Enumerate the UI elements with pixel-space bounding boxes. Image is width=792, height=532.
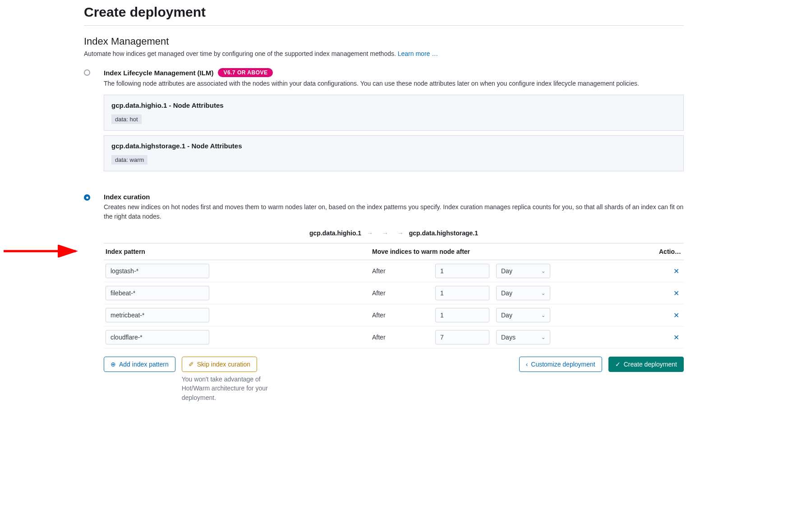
version-badge: V6.7 OR ABOVE: [218, 68, 273, 77]
delete-row-button[interactable]: ✕: [673, 289, 679, 298]
move-after-number-input[interactable]: [435, 330, 489, 344]
table-row: After Day⌄ ✕: [104, 260, 684, 282]
ilm-description: The following node attributes are associ…: [104, 79, 684, 88]
after-label: After: [372, 334, 386, 341]
ilm-label: Index Lifecycle Management (ILM): [104, 69, 213, 77]
node-attributes-box: gcp.data.highstorage.1 - Node Attributes…: [104, 135, 684, 171]
node-attr-title: gcp.data.highstorage.1 - Node Attributes: [111, 142, 676, 150]
move-after-number-input[interactable]: [435, 264, 489, 278]
node-attributes-box: gcp.data.highio.1 - Node Attributes data…: [104, 95, 684, 131]
section-subtitle-text: Automate how indices get managed over ti…: [84, 50, 398, 57]
chevron-down-icon: ⌄: [541, 312, 545, 318]
index-pattern-input[interactable]: [106, 286, 209, 300]
create-deployment-label: Create deployment: [624, 361, 677, 368]
eraser-icon: ✐: [189, 361, 194, 368]
flow-from: gcp.data.highio.1: [309, 229, 361, 237]
curation-label: Index curation: [104, 193, 150, 201]
chevron-left-icon: ‹: [526, 361, 528, 368]
chevron-down-icon: ⌄: [541, 290, 545, 296]
move-after-unit-select[interactable]: Days⌄: [496, 330, 550, 344]
arrow-right-icon: →: [367, 229, 373, 237]
curation-description: Creates new indices on hot nodes first a…: [104, 202, 684, 221]
arrow-right-icon: →: [382, 229, 388, 237]
move-after-unit-select[interactable]: Day⌄: [496, 286, 550, 300]
delete-row-button[interactable]: ✕: [673, 333, 679, 342]
page-title: Create deployment: [84, 5, 684, 20]
delete-row-button[interactable]: ✕: [673, 267, 679, 275]
move-after-number-input[interactable]: [435, 286, 489, 300]
move-after-number-input[interactable]: [435, 308, 489, 322]
section-subtitle: Automate how indices get managed over ti…: [84, 50, 684, 57]
title-divider: [84, 25, 684, 26]
check-icon: ✓: [615, 361, 621, 368]
delete-row-button[interactable]: ✕: [673, 311, 679, 320]
table-row: After Day⌄ ✕: [104, 282, 684, 304]
after-label: After: [372, 289, 386, 297]
customize-deployment-label: Customize deployment: [531, 361, 595, 368]
skip-index-curation-label: Skip index curation: [197, 361, 250, 368]
flow-to: gcp.data.highstorage.1: [409, 229, 478, 237]
index-pattern-input[interactable]: [106, 264, 209, 278]
add-index-pattern-button[interactable]: ⊕ Add index pattern: [104, 357, 175, 372]
skip-index-curation-button[interactable]: ✐ Skip index curation: [182, 357, 257, 372]
radio-index-curation[interactable]: [84, 194, 90, 201]
node-attr-tag: data: warm: [111, 155, 147, 165]
node-attr-tag: data: hot: [111, 115, 142, 124]
arrow-right-icon: →: [397, 229, 404, 237]
customize-deployment-button[interactable]: ‹ Customize deployment: [519, 357, 602, 372]
skip-note: You won't take advantage of Hot/Warm arc…: [182, 375, 281, 402]
after-label: After: [372, 312, 386, 319]
index-pattern-table: Index pattern Move indices to warm node …: [104, 243, 684, 349]
after-label: After: [372, 267, 386, 275]
node-attr-title: gcp.data.highio.1 - Node Attributes: [111, 101, 676, 109]
table-row: After Days⌄ ✕: [104, 326, 684, 349]
learn-more-link[interactable]: Learn more …: [398, 50, 438, 57]
curation-flow: gcp.data.highio.1 → → → gcp.data.highsto…: [104, 229, 684, 237]
move-after-unit-select[interactable]: Day⌄: [496, 264, 550, 278]
th-actions: Actio…: [643, 248, 684, 255]
th-move-after: Move indices to warm node after: [372, 248, 643, 255]
section-title: Index Management: [84, 36, 684, 47]
add-index-pattern-label: Add index pattern: [119, 361, 169, 368]
plus-circle-icon: ⊕: [111, 361, 116, 368]
table-row: After Day⌄ ✕: [104, 304, 684, 326]
chevron-down-icon: ⌄: [541, 268, 545, 274]
annotation-arrow-curation: [4, 245, 85, 257]
move-after-unit-select[interactable]: Day⌄: [496, 308, 550, 322]
index-pattern-input[interactable]: [106, 330, 209, 344]
chevron-down-icon: ⌄: [541, 335, 545, 340]
create-deployment-button[interactable]: ✓ Create deployment: [608, 357, 684, 372]
index-pattern-input[interactable]: [106, 308, 209, 322]
th-index-pattern: Index pattern: [104, 248, 372, 255]
radio-ilm[interactable]: [84, 69, 90, 76]
